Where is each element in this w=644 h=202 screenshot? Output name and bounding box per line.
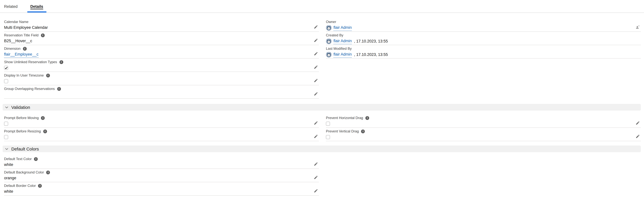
last-modified-by-link[interactable]: flair Admin xyxy=(334,52,352,58)
checkbox xyxy=(326,122,330,126)
section-default-colors-header[interactable]: Default Colors xyxy=(2,146,641,152)
change-owner-button[interactable] xyxy=(635,24,640,29)
edit-default-text-color-button[interactable] xyxy=(313,161,318,166)
edit-dimension-button[interactable] xyxy=(313,51,318,56)
checkbox xyxy=(326,135,330,139)
pencil-icon xyxy=(314,91,318,96)
last-modified-datetime: , 17.10.2023, 13:55 xyxy=(354,52,388,57)
field-label: Owner xyxy=(326,20,336,24)
field-value: white xyxy=(4,189,13,194)
field-label: Display In User Timezone xyxy=(4,73,44,77)
edit-prevent-horizontal-drag-button[interactable] xyxy=(635,120,640,126)
edit-reservation-title-field-button[interactable] xyxy=(313,38,318,43)
info-icon[interactable]: i xyxy=(361,129,365,133)
edit-prevent-vertical-drag-button[interactable] xyxy=(635,134,640,139)
field-label: Created By xyxy=(326,33,343,37)
edit-calendar-name-button[interactable] xyxy=(313,24,318,29)
tab-related[interactable]: Related xyxy=(1,2,21,13)
field-value: B25__Hover__c xyxy=(4,38,32,44)
field-label: Prevent Vertical Drag xyxy=(326,129,359,133)
created-by-link[interactable]: flair Admin xyxy=(334,38,352,44)
right-column: Owner flair Admin xyxy=(326,18,641,99)
dimension-link[interactable]: flair__Employee__c xyxy=(4,52,38,58)
section-title: Default Colors xyxy=(11,146,39,151)
field-label: Dimension xyxy=(4,47,20,51)
field-prompt-before-resizing: Prompt Before Resizing i xyxy=(4,128,319,141)
field-value: Multi Employee Calendar xyxy=(4,25,48,31)
field-label: Prompt Before Moving xyxy=(4,116,39,120)
checkmark-icon xyxy=(4,66,8,69)
edit-display-in-user-timezone-button[interactable] xyxy=(313,78,318,83)
pencil-icon xyxy=(314,78,318,82)
field-label: Default Border Color xyxy=(4,184,36,188)
field-label: Calendar Name xyxy=(4,20,28,24)
field-calendar-name: Calendar Name Multi Employee Calendar xyxy=(4,18,319,32)
checkbox xyxy=(4,122,8,126)
info-icon[interactable]: i xyxy=(59,60,63,64)
info-icon[interactable]: i xyxy=(57,87,61,91)
field-label: Default Text Color xyxy=(4,157,32,161)
field-label: Default Background Color xyxy=(4,170,44,174)
info-icon[interactable]: i xyxy=(38,184,42,188)
pencil-icon xyxy=(314,38,318,42)
field-prompt-before-moving: Prompt Before Moving i xyxy=(4,114,319,128)
edit-prompt-before-moving-button[interactable] xyxy=(313,120,318,126)
chevron-down-icon xyxy=(5,105,9,109)
edit-default-border-color-button[interactable] xyxy=(313,188,318,193)
field-label: Prompt Before Resizing xyxy=(4,129,41,133)
default-user-avatar xyxy=(326,25,332,31)
field-label: Reservation Title Field xyxy=(4,33,38,37)
checkbox xyxy=(4,79,8,83)
details-panel: Calendar Name Multi Employee Calendar Re… xyxy=(0,13,644,195)
edit-prompt-before-resizing-button[interactable] xyxy=(313,134,318,139)
field-default-border-color: Default Border Color i white xyxy=(4,182,319,195)
checkbox xyxy=(4,135,8,139)
field-reservation-title-field: Reservation Title Field i B25__Hover__c xyxy=(4,32,319,45)
info-icon[interactable]: i xyxy=(23,47,26,51)
pencil-icon xyxy=(314,175,318,179)
info-icon[interactable]: i xyxy=(366,116,369,120)
field-value: white xyxy=(4,162,13,168)
owner-link[interactable]: flair Admin xyxy=(334,25,352,31)
pencil-icon xyxy=(314,25,318,29)
field-display-in-user-timezone: Display In User Timezone i xyxy=(4,72,319,85)
pencil-icon xyxy=(314,65,318,69)
record-tabs: Related Details xyxy=(0,0,644,13)
field-label: Show Unlinked Reservation Types xyxy=(4,60,57,64)
edit-default-background-color-button[interactable] xyxy=(313,175,318,180)
section-title: Validation xyxy=(11,105,30,110)
validation-left-column: Prompt Before Moving i Promp xyxy=(4,114,319,141)
pencil-icon xyxy=(636,121,640,125)
info-icon[interactable]: i xyxy=(41,116,45,120)
field-created-by: Created By flair Adm xyxy=(326,32,641,45)
created-datetime: , 17.10.2023, 13:55 xyxy=(354,38,388,44)
default-user-avatar xyxy=(326,38,332,44)
field-value: orange xyxy=(4,175,16,181)
edit-group-overlapping-reservations-button[interactable] xyxy=(313,91,318,96)
info-icon[interactable]: i xyxy=(34,157,38,161)
info-icon[interactable]: i xyxy=(43,129,47,133)
field-label: Last Modified By xyxy=(326,47,352,51)
default-colors-right-column xyxy=(326,155,641,195)
field-prevent-horizontal-drag: Prevent Horizontal Drag i xyxy=(326,114,641,128)
validation-right-column: Prevent Horizontal Drag i Pr xyxy=(326,114,641,141)
info-icon[interactable]: i xyxy=(41,33,44,37)
field-show-unlinked-reservation-types: Show Unlinked Reservation Types i xyxy=(4,58,319,72)
section-validation-header[interactable]: Validation xyxy=(2,104,641,111)
pencil-icon xyxy=(314,121,318,125)
pencil-icon xyxy=(314,188,318,193)
tab-details[interactable]: Details xyxy=(27,2,46,13)
info-icon[interactable]: i xyxy=(46,73,50,77)
field-label: Prevent Horizontal Drag xyxy=(326,116,363,120)
field-owner: Owner flair Admin xyxy=(326,18,641,32)
field-default-background-color: Default Background Color i orange xyxy=(4,169,319,182)
default-user-avatar xyxy=(326,52,332,57)
pencil-icon xyxy=(314,162,318,166)
edit-show-unlinked-reservation-types-button[interactable] xyxy=(313,64,318,70)
field-last-modified-by: Last Modified By fla xyxy=(326,45,641,58)
checkbox xyxy=(4,66,8,70)
chevron-down-icon xyxy=(5,147,9,151)
info-icon[interactable]: i xyxy=(46,170,50,174)
field-default-text-color: Default Text Color i white xyxy=(4,155,319,169)
left-column: Calendar Name Multi Employee Calendar Re… xyxy=(4,18,319,99)
